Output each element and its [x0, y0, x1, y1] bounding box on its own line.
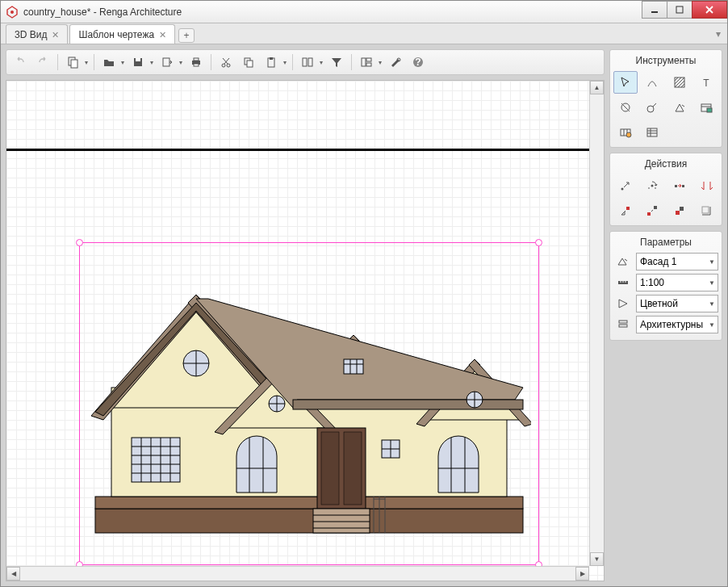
house-drawing[interactable]	[87, 258, 531, 549]
section-tool[interactable]	[667, 96, 692, 119]
dropdown-icon[interactable]: ▾	[83, 59, 90, 66]
cut-button[interactable]	[215, 52, 236, 72]
dropdown-icon[interactable]: ▾	[178, 59, 184, 66]
scale-combo[interactable]: 1:100▼	[636, 274, 718, 291]
manage-button[interactable]	[297, 52, 318, 72]
separator	[57, 54, 58, 70]
axis-tool[interactable]	[640, 96, 664, 119]
dropdown-icon[interactable]: ▾	[318, 59, 324, 66]
level-combo[interactable]: Архитектурны▼	[636, 316, 718, 333]
flip-action[interactable]	[694, 174, 718, 197]
settings-button[interactable]	[385, 52, 406, 72]
dropdown-icon[interactable]: ▾	[119, 59, 126, 66]
help-button[interactable]: ?	[408, 52, 429, 72]
tab-3d-view[interactable]: 3D Вид ✕	[6, 24, 68, 44]
svg-rect-10	[194, 64, 199, 66]
save-button[interactable]	[128, 52, 149, 72]
scroll-left-button[interactable]: ◀	[6, 567, 20, 581]
filter-button[interactable]	[326, 52, 347, 72]
maximize-button[interactable]	[667, 1, 692, 19]
scroll-down-button[interactable]: ▼	[590, 552, 604, 566]
svg-rect-19	[362, 58, 366, 66]
scale-icon	[613, 274, 633, 291]
line-tool[interactable]	[640, 71, 664, 94]
drawing-canvas[interactable]: ▲ ▼ ◀ ▶	[6, 80, 605, 581]
horizontal-scrollbar[interactable]: ◀ ▶	[6, 566, 589, 581]
table-tool[interactable]	[694, 96, 718, 119]
minimize-button[interactable]	[642, 1, 667, 19]
svg-point-89	[647, 106, 654, 112]
new-button[interactable]	[62, 52, 83, 72]
side-panel: Инструменты T Действия	[609, 44, 727, 586]
add-tab-button[interactable]: +	[178, 28, 195, 43]
svg-rect-2	[676, 6, 683, 13]
svg-rect-117	[619, 321, 627, 323]
dropdown-icon[interactable]: ▾	[377, 59, 383, 66]
schedule-tool[interactable]	[640, 121, 664, 144]
tab-menu-icon[interactable]: ▾	[716, 28, 721, 40]
redo-button[interactable]	[32, 52, 53, 72]
selection-handle[interactable]	[76, 239, 83, 246]
dropdown-icon[interactable]: ▾	[282, 59, 288, 66]
separator	[351, 54, 352, 70]
text-tool[interactable]: T	[694, 71, 718, 94]
param-view-row: Фасад 1▼	[613, 253, 718, 270]
print-button[interactable]	[186, 52, 207, 72]
svg-rect-17	[303, 58, 307, 66]
main-toolbar: ▾ ▾ ▾ ▾ ▾ ▾ ▾	[6, 49, 605, 75]
scale-action[interactable]	[613, 199, 638, 222]
view-combo[interactable]: Фасад 1▼	[636, 253, 718, 270]
rotate-action[interactable]	[640, 174, 664, 197]
paste-button[interactable]	[261, 52, 282, 72]
style-combo[interactable]: Цветной▼	[636, 295, 718, 312]
copy-button[interactable]	[238, 52, 259, 72]
scroll-right-button[interactable]: ▶	[575, 567, 589, 581]
move-action[interactable]	[613, 174, 638, 197]
align-action[interactable]	[694, 199, 718, 222]
tab-bar: 3D Вид ✕ Шаблон чертежа ✕ + ▾	[1, 23, 727, 44]
parameters-panel: Параметры Фасад 1▼ 1:100▼ Цветной▼ Архит…	[609, 231, 722, 341]
dropdown-icon[interactable]: ▾	[149, 59, 155, 66]
export-button[interactable]	[157, 52, 178, 72]
svg-rect-92	[707, 108, 712, 112]
scroll-up-button[interactable]: ▲	[590, 81, 604, 94]
svg-rect-111	[680, 207, 684, 211]
app-window: country_house* - Renga Architecture 3D В…	[0, 0, 728, 587]
selection-handle[interactable]	[535, 239, 542, 246]
panels-button[interactable]	[356, 52, 377, 72]
svg-rect-9	[194, 58, 199, 61]
undo-button[interactable]	[10, 52, 31, 72]
panel-title: Действия	[613, 157, 718, 174]
grid-tool[interactable]	[613, 121, 638, 144]
tab-label: Шаблон чертежа	[78, 29, 154, 40]
stretch-action[interactable]	[640, 199, 664, 222]
svg-rect-21	[366, 63, 371, 66]
chevron-down-icon: ▼	[709, 321, 715, 329]
svg-point-96	[626, 132, 631, 137]
svg-rect-7	[163, 58, 169, 66]
page-edge	[6, 149, 604, 151]
svg-rect-26	[95, 497, 523, 509]
chevron-down-icon: ▼	[709, 279, 715, 287]
dimension-tool[interactable]	[613, 96, 638, 119]
svg-rect-97	[647, 128, 657, 136]
open-button[interactable]	[98, 52, 119, 72]
vertical-scrollbar[interactable]: ▲ ▼	[589, 81, 604, 566]
svg-rect-14	[247, 61, 253, 67]
svg-point-11	[222, 64, 225, 67]
select-tool[interactable]	[613, 71, 638, 94]
param-style-row: Цветной▼	[613, 295, 718, 312]
close-button[interactable]	[692, 1, 727, 19]
actions-panel: Действия	[609, 153, 722, 226]
svg-rect-77	[313, 509, 370, 533]
copy-action[interactable]	[667, 199, 692, 222]
tab-close-icon[interactable]: ✕	[52, 30, 59, 40]
tab-drawing-template[interactable]: Шаблон чертежа ✕	[69, 24, 175, 44]
mirror-action[interactable]	[667, 174, 692, 197]
separator	[292, 54, 293, 70]
tab-close-icon[interactable]: ✕	[159, 30, 166, 40]
combo-value: Цветной	[640, 298, 678, 309]
separator	[94, 54, 94, 70]
combo-value: 1:100	[640, 277, 664, 288]
hatch-tool[interactable]	[667, 71, 692, 94]
